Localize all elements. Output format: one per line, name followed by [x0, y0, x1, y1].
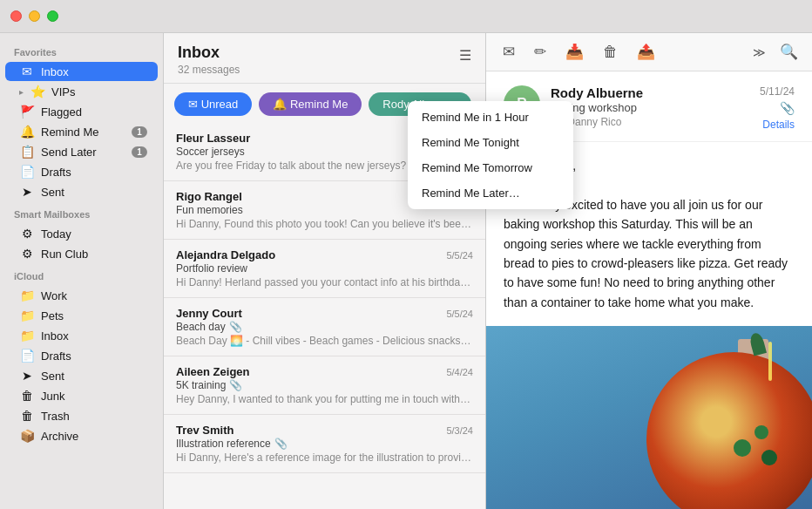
- sidebar-item-label: Junk: [41, 390, 147, 403]
- sidebar-item-drafts[interactable]: 📄 Drafts: [5, 162, 158, 181]
- sidebar-item-today[interactable]: ⚙ Today: [5, 224, 158, 243]
- titlebar: [0, 0, 812, 33]
- pizza-topping: [734, 439, 751, 457]
- remind-tomorrow-item[interactable]: Remind Me Tomorrow: [408, 155, 573, 180]
- sidebar-item-archive[interactable]: 📦 Archive: [5, 426, 158, 445]
- minimize-button[interactable]: [29, 10, 40, 22]
- draft-icon: 📄: [19, 349, 35, 363]
- sidebar-item-trash[interactable]: 🗑 Trash: [5, 406, 158, 425]
- sidebar-item-label: VIPs: [51, 85, 147, 98]
- sidebar-item-label: Drafts: [41, 166, 147, 179]
- email-sender-name: Rody Albuerne: [551, 85, 749, 100]
- sidebar-item-label: Run Club: [41, 248, 147, 261]
- trash-button[interactable]: 🗑: [600, 41, 620, 64]
- draft-icon: 📄: [19, 165, 35, 179]
- email-date: 5/11/24: [760, 85, 795, 98]
- message-preview: Hey Danny, I wanted to thank you for put…: [176, 393, 473, 405]
- folder-icon: 📁: [19, 329, 35, 343]
- sort-button[interactable]: ☰: [457, 45, 473, 65]
- panel-header-actions: ☰: [457, 45, 473, 65]
- chevron-icon: ▸: [19, 87, 24, 97]
- smart-mailboxes-section-label: Smart Mailboxes: [0, 202, 163, 223]
- sidebar-item-label: Inbox: [41, 65, 147, 78]
- message-subject: Portfolio review: [176, 262, 473, 275]
- sidebar-item-label: Sent: [41, 186, 147, 199]
- sidebar-item-pets[interactable]: 📁 Pets: [5, 306, 158, 325]
- compose-button[interactable]: ✏: [531, 40, 549, 64]
- filter-remind-me-button[interactable]: 🔔 Remind Me: [259, 92, 362, 116]
- sidebar-item-icloud-inbox[interactable]: 📁 Inbox: [5, 326, 158, 345]
- email-subject: Baking workshop: [551, 101, 749, 114]
- inbox-icon: ✉: [19, 64, 35, 78]
- sidebar-item-label: Work: [41, 289, 147, 302]
- filter-unread-button[interactable]: ✉ Unread: [174, 92, 252, 116]
- sidebar-item-label: Send Later: [41, 146, 125, 159]
- pizza-topping: [754, 425, 768, 439]
- sidebar-item-icloud-sent[interactable]: ➤ Sent: [5, 366, 158, 385]
- remind-1hr-item[interactable]: Remind Me in 1 Hour: [408, 105, 573, 130]
- sidebar-item-flagged[interactable]: 🚩 Flagged: [5, 102, 158, 121]
- email-to-line: To: Danny Rico: [551, 116, 749, 128]
- message-sender: Aileen Zeigen: [176, 365, 250, 378]
- sidebar-item-inbox[interactable]: ✉ Inbox: [5, 62, 158, 81]
- sidebar-item-label: Sent: [41, 370, 147, 383]
- sidebar-item-remind-me[interactable]: 🔔 Remind Me 1: [5, 122, 158, 141]
- close-button[interactable]: [10, 10, 22, 22]
- message-subject: 5K training 📎: [176, 379, 473, 391]
- archive-button[interactable]: 📥: [563, 40, 586, 64]
- message-date: 5/3/24: [446, 425, 473, 436]
- details-link[interactable]: Details: [762, 119, 795, 131]
- expand-button[interactable]: ≫: [753, 45, 766, 59]
- sidebar-item-label: Remind Me: [41, 126, 125, 139]
- message-preview: Hi Danny, Found this photo you took! Can…: [176, 218, 473, 230]
- remind-later-item[interactable]: Remind Me Later…: [408, 180, 573, 206]
- remind-tonight-item[interactable]: Remind Me Tonight: [408, 130, 573, 155]
- move-button[interactable]: 📤: [634, 40, 658, 64]
- message-date: 5/5/24: [446, 250, 473, 261]
- email-attachment-icon: 📎: [780, 101, 795, 115]
- bell-icon: 🔔: [19, 125, 35, 139]
- email-date-details: 5/11/24 📎 Details: [760, 85, 795, 131]
- sidebar-item-label: Trash: [41, 410, 147, 423]
- fullscreen-button[interactable]: [47, 10, 58, 22]
- sent-icon: ➤: [19, 369, 35, 383]
- sidebar: Favorites ✉ Inbox ▸ ⭐ VIPs 🚩 Flagged 🔔 R…: [0, 33, 164, 509]
- sidebar-item-label: Flagged: [41, 105, 147, 119]
- message-subject: Beach day 📎: [176, 321, 473, 333]
- message-preview: Hi Danny! Herland passed you your contac…: [176, 276, 473, 288]
- sidebar-item-run-club[interactable]: ⚙ Run Club: [5, 244, 158, 263]
- email-toolbar: ✉ ✏ 📥 🗑 📤 ≫ 🔍: [486, 33, 812, 71]
- panel-subtitle: 32 messages: [178, 64, 471, 76]
- sidebar-item-icloud-drafts[interactable]: 📄 Drafts: [5, 346, 158, 365]
- attachment-icon: 📎: [229, 321, 242, 333]
- email-image: [486, 326, 812, 509]
- gear-icon: ⚙: [19, 247, 35, 261]
- table-row[interactable]: Jenny Court 5/5/24 Beach day 📎 Beach Day…: [164, 298, 485, 356]
- attachment-icon: 📎: [229, 379, 242, 391]
- email-body-text: We're very excited to have you all join …: [504, 195, 795, 312]
- folder-icon: 📁: [19, 288, 35, 302]
- message-list-panel: Inbox 32 messages ☰ ✉ Unread 🔔 Remind Me…: [164, 33, 486, 509]
- message-date: 5/5/24: [446, 309, 473, 319]
- sidebar-item-send-later[interactable]: 📋 Send Later 1: [5, 142, 158, 161]
- message-date: 5/4/24: [446, 367, 473, 377]
- sent-icon: ➤: [19, 185, 35, 199]
- remind-filter-icon: 🔔: [273, 98, 290, 111]
- table-row[interactable]: Trev Smith 5/3/24 Illustration reference…: [164, 415, 485, 473]
- folder-icon: 📁: [19, 309, 35, 322]
- sidebar-item-label: Today: [41, 227, 147, 241]
- search-button[interactable]: 🔍: [780, 43, 798, 61]
- attachment-icon: 📎: [274, 438, 288, 450]
- table-row[interactable]: Aileen Zeigen 5/4/24 5K training 📎 Hey D…: [164, 356, 485, 415]
- send-later-icon: 📋: [19, 145, 35, 159]
- unread-filter-label: Unread: [201, 98, 239, 111]
- reply-button[interactable]: ✉: [500, 40, 518, 64]
- table-row[interactable]: Alejandra Delgado 5/5/24 Portfolio revie…: [164, 240, 485, 298]
- message-sender: Trev Smith: [176, 424, 233, 437]
- remind-me-badge: 1: [132, 126, 147, 138]
- sidebar-item-work[interactable]: 📁 Work: [5, 286, 158, 305]
- flag-icon: 🚩: [19, 105, 35, 119]
- sidebar-item-sent[interactable]: ➤ Sent: [5, 182, 158, 201]
- sidebar-item-vips[interactable]: ▸ ⭐ VIPs: [5, 82, 158, 101]
- sidebar-item-junk[interactable]: 🗑 Junk: [5, 386, 158, 405]
